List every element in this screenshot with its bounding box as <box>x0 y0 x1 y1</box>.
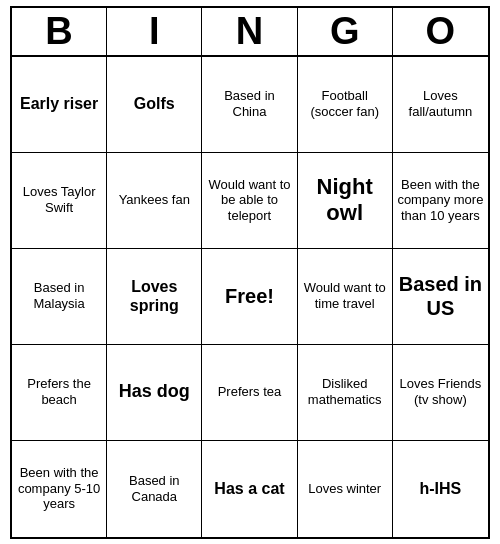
bingo-cell-1[interactable]: Golfs <box>107 57 202 153</box>
bingo-cell-10[interactable]: Based in Malaysia <box>12 249 107 345</box>
bingo-cell-24[interactable]: h-IHS <box>393 441 488 537</box>
bingo-cell-3[interactable]: Football (soccer fan) <box>298 57 393 153</box>
bingo-cell-21[interactable]: Based in Canada <box>107 441 202 537</box>
bingo-cell-6[interactable]: Yankees fan <box>107 153 202 249</box>
header-letter-b: B <box>12 8 107 55</box>
bingo-header: BINGO <box>12 8 488 57</box>
bingo-cell-4[interactable]: Loves fall/autumn <box>393 57 488 153</box>
header-letter-g: G <box>298 8 393 55</box>
bingo-cell-5[interactable]: Loves Taylor Swift <box>12 153 107 249</box>
bingo-cell-11[interactable]: Loves spring <box>107 249 202 345</box>
bingo-cell-0[interactable]: Early riser <box>12 57 107 153</box>
bingo-cell-15[interactable]: Prefers the beach <box>12 345 107 441</box>
bingo-grid: Early riserGolfsBased in ChinaFootball (… <box>12 57 488 537</box>
header-letter-n: N <box>202 8 297 55</box>
bingo-cell-9[interactable]: Been with the company more than 10 years <box>393 153 488 249</box>
header-letter-o: O <box>393 8 488 55</box>
bingo-cell-14[interactable]: Based in US <box>393 249 488 345</box>
bingo-cell-8[interactable]: Night owl <box>298 153 393 249</box>
bingo-card: BINGO Early riserGolfsBased in ChinaFoot… <box>10 6 490 539</box>
bingo-cell-23[interactable]: Loves winter <box>298 441 393 537</box>
bingo-cell-13[interactable]: Would want to time travel <box>298 249 393 345</box>
bingo-cell-7[interactable]: Would want to be able to teleport <box>202 153 297 249</box>
bingo-cell-20[interactable]: Been with the company 5-10 years <box>12 441 107 537</box>
header-letter-i: I <box>107 8 202 55</box>
bingo-cell-12[interactable]: Free! <box>202 249 297 345</box>
bingo-cell-19[interactable]: Loves Friends (tv show) <box>393 345 488 441</box>
bingo-cell-17[interactable]: Prefers tea <box>202 345 297 441</box>
bingo-cell-22[interactable]: Has a cat <box>202 441 297 537</box>
bingo-cell-16[interactable]: Has dog <box>107 345 202 441</box>
bingo-cell-2[interactable]: Based in China <box>202 57 297 153</box>
bingo-cell-18[interactable]: Disliked mathematics <box>298 345 393 441</box>
